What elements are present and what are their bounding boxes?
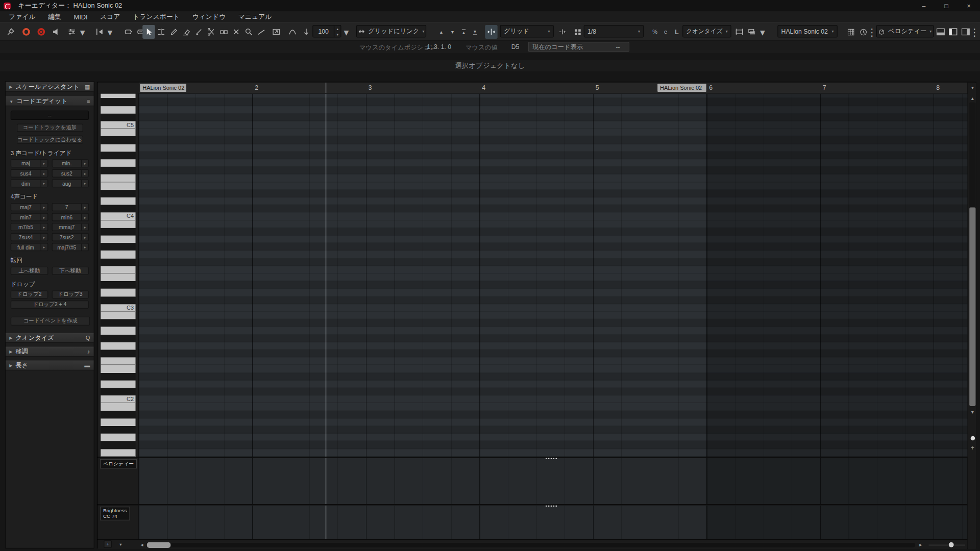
flyout-right-icon[interactable]: ▸ (40, 160, 47, 166)
piano-key[interactable] (101, 251, 136, 258)
horizontal-scrollbar-thumb[interactable] (147, 542, 171, 548)
transpose-up-button[interactable]: ▲ (436, 25, 447, 39)
vertical-scrollbar-thumb[interactable] (969, 208, 975, 406)
flyout-right-icon[interactable]: ▸ (40, 170, 47, 177)
piano-key[interactable] (101, 144, 136, 152)
edited-part-dropdown[interactable]: HALion Sonic 02 ▾ (777, 25, 838, 37)
piano-key[interactable] (101, 449, 136, 457)
piano-key[interactable]: C5 (101, 121, 136, 129)
auto-select-controllers-icon[interactable] (270, 25, 282, 39)
piano-key[interactable] (101, 106, 136, 114)
quantize-preset-dropdown[interactable]: 1/8 ▾ (584, 25, 644, 37)
horizontal-zoom-thumb[interactable] (949, 542, 954, 547)
ruler-options-chevron-icon[interactable]: ▼ (968, 84, 977, 92)
sidebar-button[interactable]: 下へ移動 (52, 267, 89, 275)
piano-key[interactable] (101, 335, 136, 342)
note-display-grid[interactable] (139, 94, 968, 457)
pin-icon[interactable] (5, 25, 16, 39)
solo-editor-button[interactable] (20, 25, 32, 39)
cc-lane-grid[interactable] (139, 506, 968, 539)
part-name-tag-start[interactable]: HALion Sonic 02 (140, 84, 186, 92)
piano-key[interactable] (101, 236, 136, 243)
mute-tool[interactable] (230, 25, 242, 39)
piano-key[interactable] (101, 373, 136, 381)
section-length[interactable]: ▶ 長さ ▬ (6, 361, 94, 371)
menu-file[interactable]: ファイル (3, 12, 42, 21)
insert-velocity-stepper[interactable]: ▲▼ (334, 26, 340, 37)
part-name-tag-end[interactable]: HALion Sonic 02 (657, 84, 706, 92)
piano-key[interactable] (101, 312, 136, 319)
piano-key[interactable] (101, 403, 136, 411)
velocity-lane-grid[interactable] (139, 458, 968, 505)
autoscroll-chevron-icon[interactable]: ▾ (106, 25, 114, 39)
chord-button[interactable]: maj7/#5▸ (52, 243, 89, 251)
piano-key[interactable] (101, 94, 136, 98)
piano-keyboard[interactable]: C5C4C3C2 (101, 94, 136, 457)
snap-button[interactable] (485, 25, 497, 39)
piano-key[interactable] (101, 296, 136, 304)
piano-key[interactable] (101, 426, 136, 434)
editor-setup-icon[interactable] (66, 25, 78, 39)
create-chord-event-button[interactable]: コードイベントを作成 (11, 317, 90, 325)
add-lane-button[interactable]: + (104, 540, 112, 548)
piano-key[interactable] (101, 243, 136, 251)
piano-key[interactable] (101, 182, 136, 190)
piano-key[interactable] (101, 350, 136, 358)
piano-key[interactable] (101, 327, 136, 335)
piano-key[interactable] (101, 273, 136, 281)
transpose-down-button[interactable]: ▼ (448, 25, 458, 39)
vertical-zoom-thumb[interactable] (971, 436, 975, 441)
lane-resize-handle[interactable] (546, 506, 557, 507)
piano-key[interactable] (101, 220, 136, 228)
insert-velocity-value[interactable]: 100 (313, 28, 333, 34)
sidebar-button[interactable]: ドロップ2 + 4 (11, 300, 89, 309)
piano-key[interactable] (101, 289, 136, 296)
quantize-panel-icon[interactable]: e (662, 25, 670, 39)
piano-key[interactable] (101, 152, 136, 159)
horizontal-scrollbar[interactable] (146, 543, 915, 547)
timeline-ruler[interactable]: HALion Sonic 02 HALion Sonic 02 2345678 (139, 83, 968, 94)
velocity-lane-label[interactable]: ベロシティー (100, 459, 137, 468)
piano-key[interactable] (101, 136, 136, 144)
flyout-right-icon[interactable]: ▸ (81, 214, 88, 220)
chord-button[interactable]: min6▸ (52, 213, 89, 221)
section-chord-edit[interactable]: ▼ コードエディット ≡ (6, 96, 94, 107)
maximize-button[interactable]: □ (935, 0, 958, 11)
trim-tool[interactable] (192, 25, 205, 39)
erase-tool[interactable] (180, 25, 192, 39)
curve-edit-icon[interactable] (286, 25, 299, 39)
piano-key[interactable] (101, 258, 136, 266)
scroll-up-icon[interactable]: ▲ (968, 95, 977, 101)
event-colors-dropdown[interactable]: ベロシティー ▾ (876, 25, 934, 37)
piano-key[interactable]: C3 (101, 304, 136, 312)
grid-relative-icon[interactable] (556, 25, 569, 39)
split-tool[interactable] (205, 25, 217, 39)
window-setup-icon[interactable]: ⋮ (971, 25, 977, 39)
chord-button[interactable]: aug▸ (52, 179, 89, 187)
autoscroll-icon[interactable] (94, 25, 105, 39)
menu-window[interactable]: ウィンドウ (186, 12, 232, 21)
piano-key[interactable] (101, 266, 136, 273)
piano-key[interactable] (101, 114, 136, 121)
flyout-right-icon[interactable]: ▸ (40, 244, 47, 251)
chord-button[interactable]: m7/b5▸ (11, 223, 48, 231)
chord-button[interactable]: 7sus2▸ (52, 233, 89, 241)
add-chord-track-button[interactable]: コードトラックを追加 (16, 123, 83, 132)
flyout-right-icon[interactable]: ▸ (40, 180, 47, 187)
flyout-right-icon[interactable]: ▸ (40, 234, 47, 240)
flyout-right-icon[interactable]: ▸ (81, 234, 88, 240)
flyout-right-icon[interactable]: ▸ (81, 180, 88, 187)
acoustic-feedback-icon[interactable] (50, 25, 62, 39)
toolbar-overflow-icon[interactable]: ⋮ (869, 25, 875, 39)
line-tool[interactable] (255, 25, 267, 39)
flyout-right-icon[interactable]: ▸ (40, 223, 47, 230)
flyout-right-icon[interactable]: ▸ (40, 204, 47, 210)
piano-key[interactable] (101, 418, 136, 426)
piano-key[interactable] (101, 365, 136, 373)
piano-key[interactable] (101, 129, 136, 136)
chord-button[interactable]: dim▸ (11, 179, 48, 187)
piano-key[interactable] (101, 319, 136, 327)
piano-key[interactable]: C2 (101, 395, 136, 403)
scroll-down-icon[interactable]: ▼ (968, 409, 977, 415)
section-scale-assistant[interactable]: ▶ スケールアシスタント ▦ (6, 82, 94, 92)
